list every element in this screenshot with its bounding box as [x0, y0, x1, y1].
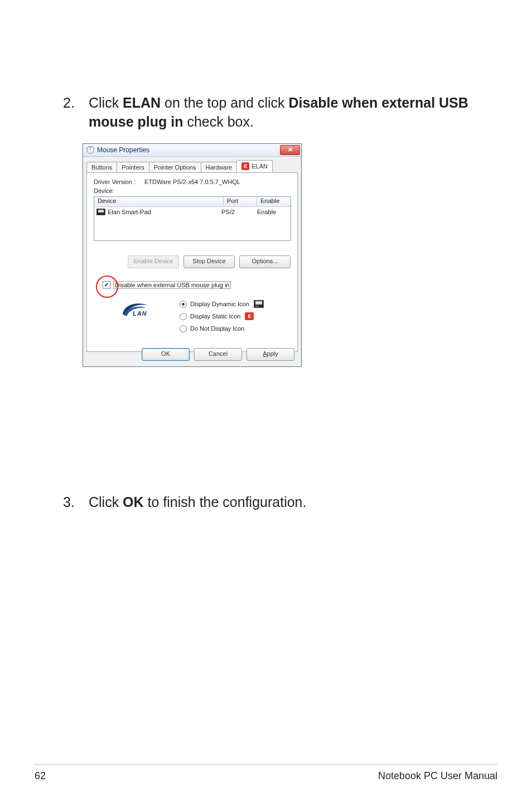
mouse-properties-dialog: Mouse Properties ✕ Buttons Pointers Poin… [83, 143, 302, 367]
dynamic-tray-icon [254, 300, 264, 308]
tray-icon-radio-group: Display Dynamic Icon Display Static Icon… [180, 298, 264, 335]
disable-external-usb-label[interactable]: Disable when external USB mouse plug in [113, 281, 231, 289]
text-bold: ELAN [123, 95, 161, 110]
cell-device: Elan Smart-Pad [94, 209, 218, 215]
tab-pointers[interactable]: Pointers [117, 162, 149, 172]
cancel-button[interactable]: Cancel [194, 348, 242, 361]
cell-device-text: Elan Smart-Pad [108, 209, 151, 215]
table-row[interactable]: Elan Smart-Pad PS/2 Enable [94, 207, 291, 217]
text-bold: OK [123, 494, 144, 510]
enable-device-button: Enable Device [128, 255, 179, 268]
tab-strip: Buttons Pointers Pointer Options Hardwar… [83, 157, 301, 172]
text-frag: to finish the configuration. [144, 494, 307, 510]
driver-version-label: Driver Version : [94, 178, 143, 185]
window-title: Mouse Properties [97, 146, 149, 154]
step-2: 2. Click ELAN on the top and click Disab… [64, 94, 477, 132]
stop-device-button[interactable]: Stop Device [183, 255, 235, 268]
tab-buttons[interactable]: Buttons [86, 162, 117, 172]
page-footer: 62 Notebook PC User Manual [35, 770, 497, 782]
col-enable[interactable]: Enable [257, 197, 291, 206]
tab-hardware[interactable]: Hardware [201, 162, 238, 172]
table-header: Device Port Enable [94, 197, 291, 207]
radio-dynamic-label: Display Dynamic Icon [190, 301, 249, 307]
static-tray-icon: E [245, 312, 254, 320]
radio-static-label: Display Static Icon [190, 313, 240, 320]
tab-pointer-options[interactable]: Pointer Options [149, 162, 201, 172]
text-frag: on the top and click [161, 95, 288, 110]
cell-enable: Enable [255, 209, 291, 215]
device-table: Device Port Enable Elan Smart-Pad PS/2 E… [94, 196, 291, 241]
mouse-icon [86, 146, 94, 154]
radio-display-dynamic[interactable]: Display Dynamic Icon [180, 298, 264, 310]
apply-button[interactable]: Apply [246, 348, 294, 361]
footer-divider [35, 764, 497, 765]
dialog-footer-buttons: OK Cancel Apply [142, 348, 294, 361]
tab-elan-label: ELAN [252, 163, 268, 170]
step-number: 3. [63, 493, 75, 512]
apply-rest: pply [267, 350, 278, 357]
col-device[interactable]: Device [94, 197, 224, 206]
driver-version-line: Driver Version : ETDWare PS/2-x64 7.0.5.… [94, 178, 291, 185]
radio-none-label: Do Not Display Icon [190, 325, 244, 332]
radio-display-static[interactable]: Display Static Icon E [180, 310, 264, 322]
step-number: 2. [63, 94, 75, 113]
col-port[interactable]: Port [224, 197, 257, 206]
touchpad-icon [96, 209, 105, 215]
ok-button[interactable]: OK [142, 348, 190, 361]
disable-external-usb-checkbox[interactable]: ✔ [103, 281, 110, 289]
elan-logo: LAN [120, 300, 155, 322]
radio-do-not-display[interactable]: Do Not Display Icon [180, 322, 264, 335]
text-frag: Click [89, 95, 123, 110]
step-text: Click ELAN on the top and click Disable … [89, 94, 477, 132]
text-frag: Click [89, 494, 123, 510]
manual-title: Notebook PC User Manual [378, 770, 497, 782]
device-button-row: Enable Device Stop Device Options... [94, 255, 291, 268]
elan-logo-text: LAN [133, 310, 147, 317]
radio-none-input[interactable] [180, 325, 187, 332]
elan-icon: E [241, 162, 249, 170]
page-number: 62 [35, 770, 46, 782]
device-label: Device: [94, 187, 291, 194]
radio-dynamic-input[interactable] [180, 301, 187, 308]
driver-version-value: ETDWare PS/2-x64 7.0.5.7_WHQL [144, 178, 240, 185]
options-button[interactable]: Options... [239, 255, 291, 268]
radio-static-input[interactable] [180, 313, 187, 320]
tab-elan[interactable]: E ELAN [236, 160, 273, 172]
step-3: 3. Click OK to finish the configuration. [64, 493, 477, 512]
apply-mnemonic: A [263, 350, 267, 357]
step-text: Click OK to finish the configuration. [89, 493, 477, 512]
text-frag: check box. [183, 114, 253, 129]
tab-panel-elan: Driver Version : ETDWare PS/2-x64 7.0.5.… [86, 172, 298, 352]
close-button[interactable]: ✕ [280, 145, 300, 155]
cell-port: PS/2 [218, 209, 255, 215]
titlebar[interactable]: Mouse Properties ✕ [83, 144, 301, 157]
disable-external-usb-checkbox-row: ✔ Disable when external USB mouse plug i… [103, 281, 231, 289]
